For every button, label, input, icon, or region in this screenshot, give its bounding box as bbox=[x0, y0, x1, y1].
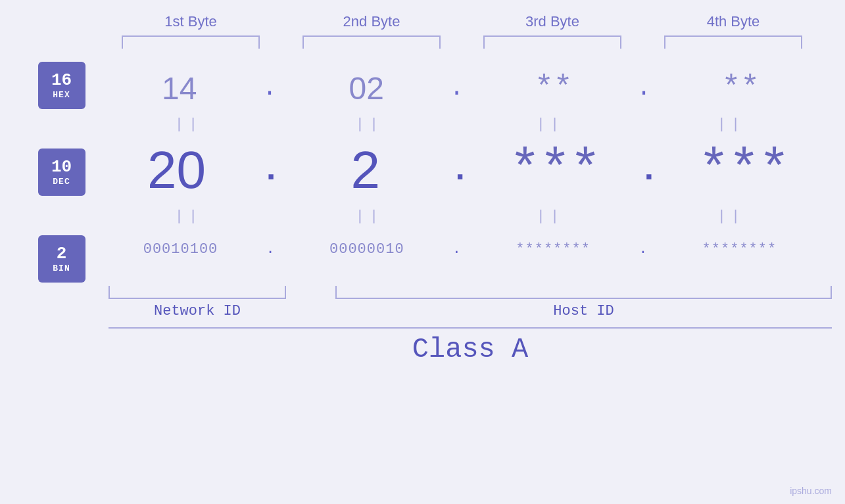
hex-byte4: ** bbox=[668, 70, 813, 106]
hex-dot3: . bbox=[637, 75, 651, 102]
byte1-header: 1st Byte bbox=[118, 13, 263, 30]
hex-dot1: . bbox=[262, 75, 277, 102]
bin-byte4: ******** bbox=[667, 241, 811, 258]
bin-dot1: . bbox=[266, 241, 275, 258]
network-id-label: Network ID bbox=[109, 303, 286, 319]
hex-byte3: ** bbox=[481, 70, 626, 106]
bin-badge-label: BIN bbox=[53, 263, 70, 273]
bracket-byte2 bbox=[302, 35, 441, 49]
label-gap bbox=[286, 303, 335, 319]
host-bracket bbox=[335, 286, 832, 299]
bin-dot2: . bbox=[452, 241, 461, 258]
dec-dot2: . bbox=[450, 151, 470, 190]
host-id-label: Host ID bbox=[335, 303, 832, 319]
dec-byte3: *** bbox=[482, 141, 627, 200]
sep2: || bbox=[297, 116, 442, 133]
class-label: Class A bbox=[412, 334, 528, 365]
sep8: || bbox=[659, 208, 804, 225]
byte4-header: 4th Byte bbox=[661, 13, 806, 30]
watermark: ipshu.com bbox=[790, 486, 832, 496]
class-bracket-line bbox=[109, 327, 832, 329]
dec-badge-number: 10 bbox=[51, 158, 72, 177]
class-label-row: Class A bbox=[109, 334, 832, 365]
sep3: || bbox=[478, 116, 623, 133]
dec-badge: 10 DEC bbox=[38, 149, 85, 196]
bin-row: 00010100 . 00000010 . ******** . *******… bbox=[99, 226, 822, 272]
main-container: 1st Byte 2nd Byte 3rd Byte 4th Byte 16 H… bbox=[0, 0, 845, 504]
dec-dot3: . bbox=[639, 151, 659, 190]
hex-byte1: 14 bbox=[107, 70, 252, 106]
bin-byte3: ******** bbox=[481, 241, 625, 258]
bracket-byte3 bbox=[483, 35, 621, 49]
bracket-byte4 bbox=[664, 35, 802, 49]
byte2-header: 2nd Byte bbox=[299, 13, 444, 30]
sep4: || bbox=[659, 116, 804, 133]
dec-dot1: . bbox=[261, 151, 281, 190]
bottom-bracket-row bbox=[109, 286, 832, 299]
hex-badge-label: HEX bbox=[53, 90, 70, 100]
bin-badge: 2 BIN bbox=[38, 235, 85, 283]
dec-badge-label: DEC bbox=[53, 177, 70, 187]
bin-byte2: 00000010 bbox=[295, 241, 439, 258]
dec-row: 20 . 2 . *** . *** bbox=[99, 134, 822, 206]
bin-badge-number: 2 bbox=[57, 244, 67, 263]
top-bracket-row bbox=[101, 35, 824, 49]
sep7: || bbox=[478, 208, 623, 225]
bottom-section: Network ID Host ID Class A bbox=[109, 286, 832, 365]
hex-badge: 16 HEX bbox=[38, 62, 85, 109]
bin-byte1: 00010100 bbox=[109, 241, 253, 258]
dec-byte2: 2 bbox=[293, 140, 438, 200]
sep-row-1: || || || || bbox=[99, 114, 822, 134]
hex-dot2: . bbox=[450, 75, 464, 102]
dec-byte4: *** bbox=[671, 141, 815, 200]
id-labels-row: Network ID Host ID bbox=[109, 303, 832, 319]
sep1: || bbox=[116, 116, 261, 133]
sep5: || bbox=[116, 208, 261, 225]
rows-container: 14 . 02 . ** . ** || || || || bbox=[99, 55, 827, 272]
byte3-header: 3rd Byte bbox=[480, 13, 625, 30]
bracket-byte1 bbox=[122, 35, 260, 49]
hex-byte2: 02 bbox=[294, 70, 439, 106]
network-bracket bbox=[109, 286, 286, 299]
sep-row-2: || || || || bbox=[99, 206, 822, 226]
hex-badge-number: 16 bbox=[51, 71, 72, 90]
dec-byte1: 20 bbox=[105, 140, 249, 200]
bin-dot3: . bbox=[639, 241, 647, 258]
byte-headers: 1st Byte 2nd Byte 3rd Byte 4th Byte bbox=[101, 13, 824, 30]
hex-row: 14 . 02 . ** . ** bbox=[99, 62, 822, 114]
sep6: || bbox=[297, 208, 442, 225]
badges-column: 16 HEX 10 DEC 2 BIN bbox=[38, 62, 85, 283]
